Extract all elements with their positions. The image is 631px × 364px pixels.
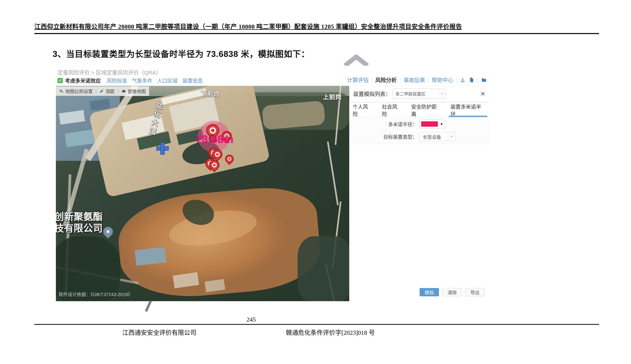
caret-down-icon[interactable]: ▼ [440,122,443,126]
device-select[interactable]: 苯二甲胺装置区 ▾ [392,89,446,99]
report-header: 江西仰立新材料有限公司年产 20000 吨苯二甲胺等项目建设（一期（年产 100… [34,21,599,34]
company-label: 创新聚氨酯 技有限公司 [56,211,103,234]
app-main: 地图比例设置 测距 更换地图 下前岗 上前岗 盐化大道 [56,86,489,301]
radius-value-label: 73.68m [196,133,234,145]
toolbar-row: ✓ 考虑多米诺效应 风险标准 气象条件 人口区域 装置信息 [57,77,203,84]
gears-icon [59,89,64,93]
domino-effect-checkbox-label[interactable]: 考虑多米诺效应 [65,77,101,84]
map-center-cross-marker [156,142,169,155]
measure-distance-button[interactable]: 测距 [99,88,115,94]
qra-app-screenshot: 定量风险评价 > 区域定量风险评价（QRA） ✓ 考虑多米诺效应 风险标准 气象… [56,66,489,301]
switch-map-button[interactable]: 更换地图 [121,88,146,94]
report-title: 江西仰立新材料有限公司年产 20000 吨苯二甲胺等项目建设（一期（年产 100… [34,21,599,31]
tab-personal-risk[interactable]: 个人风险 [353,103,373,117]
panel-header: 装置模拟列表： 苯二甲胺装置区 ▾ × [349,86,489,101]
watermark-slash [145,300,152,312]
export-button[interactable]: 导出 [465,288,485,296]
device-select-value: 苯二甲胺装置区 [393,90,438,97]
panel-buttons: 模拟 清除 导出 [420,288,485,296]
satellite-map[interactable]: 地图比例设置 测距 更换地图 下前岗 上前岗 盐化大道 [56,86,349,301]
separator [96,89,96,93]
pencil-icon [99,89,104,93]
cloud-icon [121,89,126,93]
checkbox-checked-icon[interactable]: ✓ [57,78,63,83]
panel-tabs: 个人风险 社会风险 安全防护距离 装置多米诺半径 [349,103,489,117]
separator [456,78,457,82]
menu-help-center[interactable]: 帮助中心 [432,76,453,84]
close-icon[interactable]: × [480,90,485,98]
company-map-pin[interactable] [103,227,113,237]
map-attribution: 软件设计依据：《GB/T37243-2019》 [59,291,132,297]
target-type-field-label: 目标装置类型： [349,133,417,140]
map-scale-settings-button[interactable]: 地图比例设置 [59,88,93,94]
map-pin[interactable] [225,155,234,163]
tab-social-risk[interactable]: 社会风险 [382,103,402,117]
clear-button[interactable]: 清除 [442,288,462,296]
simulation-panel: 装置模拟列表： 苯二甲胺装置区 ▾ × 个人风险 社会风险 安全防护距离 装置多… [349,86,489,301]
nav-link-risk-standard[interactable]: 风险标准 [107,77,127,84]
menu-risk-analysis[interactable]: 风险分析 [375,76,397,84]
app-toolbar: 定量风险评价 > 区域定量风险评价（QRA） ✓ 考虑多米诺效应 风险标准 气象… [56,66,489,86]
simulate-button[interactable]: 模拟 [420,288,439,296]
folder-icon[interactable] [481,77,487,83]
separator [478,78,478,82]
document-icon[interactable] [469,77,474,83]
watermark-chevron [343,54,369,67]
menu-accident-consequence[interactable]: 事故后果 [403,76,425,84]
breadcrumb[interactable]: 定量风险评价 > 区域定量风险评价（QRA） [57,68,161,76]
form-row: 目标装置类型： 长型设备 ▾ [349,132,455,141]
domino-radius-form: 多米诺半径： ▼ 目标装置类型： 长型设备 ▾ [349,117,489,144]
nav-link-weather[interactable]: 气象条件 [132,77,152,84]
report-page: 江西仰立新材料有限公司年产 20000 吨苯二甲胺等项目建设（一期（年产 100… [0,0,631,364]
separator [118,89,118,93]
chevron-down-icon[interactable]: ▾ [438,89,445,99]
top-menu: 计算评估 风险分析 事故后果 帮助中心 [347,76,487,84]
nav-links: 风险标准 气象条件 人口区域 装置信息 [107,77,203,84]
separator [372,78,372,82]
place-label-xiaqiangang: 下前岗 [201,89,219,98]
domino-radius-field-label: 多米诺半径： [349,121,417,128]
tab-domino-radius[interactable]: 装置多米诺半径 [450,103,486,117]
form-row: 多米诺半径： ▼ [349,120,445,128]
separator [428,78,428,82]
map-pin[interactable] [209,160,219,170]
color-swatch [421,121,438,127]
nav-link-device-info[interactable]: 装置信息 [182,77,203,84]
place-label-shangqiangang: 上前岗 [323,92,341,101]
target-type-select[interactable]: 长型设备 ▾ [419,132,455,141]
footer-certificate-number: 赣通危化条件评价字[2023]018 号 [286,327,375,337]
footer-company: 江西通安安全评价有限公司 [122,327,196,337]
download-icon[interactable] [460,77,466,83]
radius-color-picker[interactable]: ▼ [419,120,445,128]
map-toolbar: 地图比例设置 测距 更换地图 [56,86,149,96]
section-heading: 3、当目标装置类型为长型设备时半径为 73.6838 米，模拟图如下： [53,47,310,59]
menu-calc-eval[interactable]: 计算评估 [347,76,369,84]
tab-safety-distance[interactable]: 安全防护距离 [411,103,441,117]
footer-rule [34,324,599,325]
nav-link-population[interactable]: 人口区域 [157,77,178,84]
target-type-value: 长型设备 [420,133,448,140]
separator [400,78,400,82]
panel-title: 装置模拟列表： [353,90,391,98]
chevron-down-icon[interactable]: ▾ [448,132,455,141]
domino-effect-checkbox-wrap[interactable]: ✓ 考虑多米诺效应 [57,77,101,84]
map-pin[interactable] [212,149,222,159]
page-number: 245 [240,316,262,323]
